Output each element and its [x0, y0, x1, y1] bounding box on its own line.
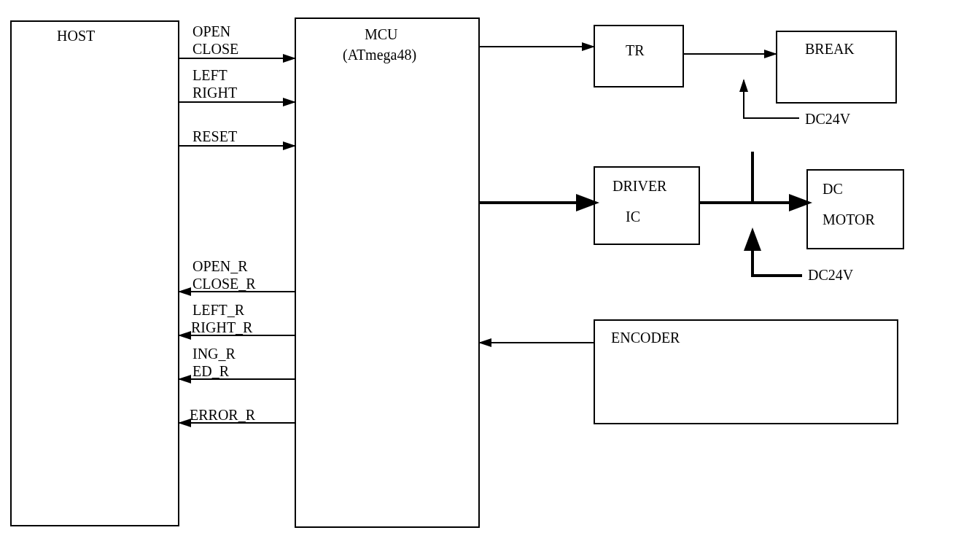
tr-label: TR: [626, 42, 645, 59]
sig-error-r: ERROR_R: [190, 407, 255, 424]
mcu-label-2: (ATmega48): [343, 47, 416, 63]
mcu-label-1: MCU: [365, 26, 398, 43]
sig-reset: RESET: [192, 128, 237, 145]
block-diagram: HOST MCU (ATmega48) TR BREAK DC24V DRIVE…: [0, 0, 980, 541]
dc-motor-label-2: MOTOR: [822, 211, 875, 228]
dc24v-a-label: DC24V: [805, 111, 850, 128]
dc-motor-label-1: DC: [822, 181, 843, 198]
sig-right: RIGHT: [192, 85, 237, 101]
dc24v-b-label: DC24V: [808, 267, 853, 284]
host-box: [10, 20, 179, 526]
sig-left-r: LEFT_R: [192, 302, 244, 319]
driver-ic-label-1: DRIVER: [612, 178, 666, 195]
dc-motor-box: [806, 169, 904, 249]
sig-left: LEFT: [192, 67, 228, 84]
mcu-box: [295, 17, 480, 528]
sig-ing-r: ING_R: [192, 346, 236, 362]
encoder-label: ENCODER: [611, 330, 680, 346]
sig-open: OPEN: [192, 23, 230, 40]
host-label: HOST: [57, 28, 95, 44]
sig-right-r: RIGHT_R: [191, 319, 252, 336]
sig-ed-r: ED_R: [192, 363, 229, 380]
sig-close: CLOSE: [192, 41, 238, 58]
sig-open-r: OPEN_R: [192, 258, 248, 275]
driver-ic-label-2: IC: [626, 209, 640, 225]
break-label: BREAK: [805, 41, 855, 58]
sig-close-r: CLOSE_R: [192, 276, 256, 292]
